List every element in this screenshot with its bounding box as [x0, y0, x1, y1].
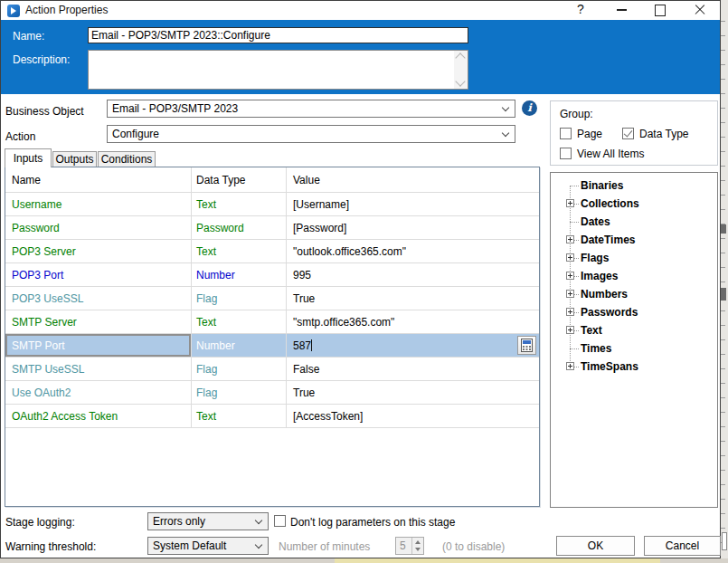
param-value-cell[interactable]: [Password]: [287, 216, 539, 239]
param-name-cell: POP3 Port: [5, 263, 192, 286]
tab-conditions[interactable]: Conditions: [98, 151, 156, 167]
table-row[interactable]: SMTP Server Text "smtp.office365.com": [5, 310, 539, 334]
tree-item-timespans[interactable]: TimeSpans: [551, 358, 717, 376]
chevron-down-icon: [502, 129, 509, 137]
chevron-down-icon: [255, 517, 262, 524]
name-label: Name:: [13, 30, 44, 43]
param-name-cell: Password: [5, 216, 192, 239]
action-value: Configure: [112, 128, 159, 140]
expand-icon[interactable]: [566, 199, 574, 207]
tree-item-numbers[interactable]: Numbers: [551, 285, 717, 303]
spin-down-button[interactable]: [411, 546, 423, 554]
table-row[interactable]: Username Text [Username]: [5, 193, 539, 216]
param-name-cell: Username: [5, 193, 192, 215]
tab-outputs[interactable]: Outputs: [52, 151, 97, 167]
column-header-name: Name: [5, 167, 192, 192]
checkbox-view-all-items[interactable]: [560, 148, 572, 159]
warning-threshold-value: System Default: [153, 539, 226, 552]
stage-logging-select[interactable]: Errors only: [147, 512, 269, 530]
business-object-label: Business Object: [5, 105, 84, 118]
text-caret: [311, 339, 312, 351]
table-row[interactable]: POP3 Port Number 995: [5, 263, 539, 287]
spin-up-button[interactable]: [411, 538, 423, 546]
param-value-cell[interactable]: "outlook.office365.com": [287, 240, 539, 262]
param-name-cell: POP3 Server: [5, 240, 192, 262]
minutes-spinner[interactable]: 5: [395, 537, 424, 555]
tree-item-images[interactable]: Images: [551, 267, 717, 285]
expand-icon[interactable]: [566, 272, 574, 280]
tab-inputs[interactable]: Inputs: [5, 148, 52, 167]
table-row[interactable]: POP3 Server Text "outlook.office365.com": [5, 240, 539, 263]
description-field: [88, 50, 468, 90]
param-value-cell[interactable]: 995: [287, 263, 539, 286]
warning-threshold-select[interactable]: System Default: [147, 537, 269, 555]
param-value-cell[interactable]: False: [287, 358, 539, 380]
expand-icon[interactable]: [566, 308, 574, 316]
expand-icon[interactable]: [566, 326, 574, 334]
expand-icon[interactable]: [566, 235, 574, 243]
tree-item-label: Text: [581, 321, 602, 339]
param-name-cell: OAuth2 Access Token: [5, 405, 192, 427]
tree-item-label: Passwords: [581, 303, 638, 321]
checkbox-view-all-items-label: View All Items: [577, 148, 644, 160]
table-row[interactable]: OAuth2 Access Token Text [AccessToken]: [5, 405, 539, 428]
param-value-text: 587: [293, 339, 311, 352]
maximize-button[interactable]: [651, 1, 667, 19]
expand-icon[interactable]: [566, 362, 574, 370]
table-row[interactable]: POP3 UseSSL Flag True: [5, 287, 539, 310]
expand-icon[interactable]: [566, 290, 574, 298]
dont-log-label: Don't log parameters on this stage: [290, 516, 455, 529]
param-type-cell: Number: [192, 263, 287, 286]
table-row-selected[interactable]: SMTP Port Number 587: [5, 334, 539, 358]
tree-item-dates[interactable]: Dates: [551, 213, 717, 231]
checkbox-page[interactable]: [560, 128, 572, 139]
param-type-cell: Text: [192, 193, 287, 215]
cancel-button[interactable]: Cancel: [644, 536, 721, 556]
param-value-cell[interactable]: True: [287, 287, 539, 310]
param-name-cell: SMTP Port: [5, 334, 192, 357]
tree-item-times[interactable]: Times: [551, 339, 717, 358]
scroll-down-icon[interactable]: [455, 76, 465, 86]
param-type-cell: Text: [192, 310, 287, 333]
minutes-label: Number of minutes: [279, 540, 370, 553]
expand-icon[interactable]: [566, 253, 574, 262]
table-row[interactable]: Use OAuth2 Flag True: [5, 381, 539, 405]
description-input[interactable]: [89, 51, 454, 89]
info-icon[interactable]: i: [522, 100, 537, 116]
tree-connector: [570, 348, 579, 349]
tree-item-passwords[interactable]: Passwords: [551, 303, 717, 321]
description-scrollbar[interactable]: [454, 51, 468, 89]
param-value-cell[interactable]: "smtp.office365.com": [287, 310, 539, 333]
minimize-button[interactable]: [613, 1, 629, 19]
ruler-ticks: [721, 7, 725, 556]
scroll-up-icon[interactable]: [455, 52, 465, 62]
close-button[interactable]: [692, 1, 708, 19]
ok-button[interactable]: OK: [556, 536, 635, 556]
param-value-cell[interactable]: [AccessToken]: [287, 405, 539, 427]
dont-log-checkbox[interactable]: [274, 515, 286, 527]
tree-item-datetimes[interactable]: DateTimes: [551, 231, 717, 249]
tree-item-text[interactable]: Text: [551, 321, 717, 339]
tree-connector: [570, 222, 579, 223]
tree-item-binaries[interactable]: Binaries: [551, 177, 717, 195]
param-value-cell[interactable]: [Username]: [287, 193, 539, 215]
tree-item-flags[interactable]: Flags: [551, 249, 717, 267]
tree-item-collections[interactable]: Collections: [551, 195, 717, 213]
table-row[interactable]: Password Password [Password]: [5, 216, 539, 240]
background-canvas-edge: [335, 558, 660, 563]
tree-item-label: Dates: [581, 213, 610, 231]
help-button[interactable]: ?: [572, 1, 589, 19]
business-object-select[interactable]: Email - POP3/SMTP 2023: [107, 100, 515, 118]
name-input[interactable]: [88, 27, 468, 43]
table-row[interactable]: SMTP UseSSL Flag False: [5, 358, 539, 381]
calculator-button[interactable]: [517, 336, 536, 355]
tree-item-label: TimeSpans: [581, 358, 638, 376]
param-value-cell[interactable]: True: [287, 381, 539, 404]
action-select[interactable]: Configure: [107, 125, 515, 143]
checkbox-data-type[interactable]: [622, 128, 634, 139]
param-type-cell: Flag: [192, 381, 287, 404]
action-properties-dialog: Action Properties ? Name: Description: B…: [0, 0, 721, 558]
action-stage-icon: [7, 5, 20, 17]
checkbox-data-type-label: Data Type: [639, 128, 688, 140]
param-value-cell[interactable]: 587: [287, 334, 539, 357]
